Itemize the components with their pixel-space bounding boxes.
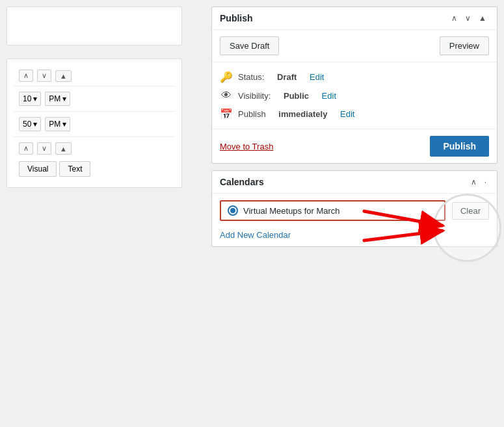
bottom-up-btn[interactable]: ∧: [19, 142, 33, 155]
publish-actions-row: Save Draft Preview: [212, 30, 497, 62]
radio-selected-dot: [230, 208, 235, 213]
calendar-item: Virtual Meetups for March: [220, 200, 445, 221]
visibility-value: Public: [284, 91, 309, 101]
visibility-edit-link[interactable]: Edit: [322, 91, 336, 101]
time-row-2: 50 ▾ PM ▾: [14, 112, 175, 137]
calendars-box: Calendars ∧ · Virtual Meetups for March …: [211, 170, 497, 247]
bottom-down-btn[interactable]: ∨: [37, 142, 51, 155]
publish-when-label: Publish: [238, 109, 266, 119]
add-new-calendar-link[interactable]: Add New Calendar: [220, 230, 291, 240]
visibility-label: Visibility:: [238, 91, 271, 101]
hour-chevron-2: ▾: [33, 120, 37, 129]
calendars-collapse-down[interactable]: ·: [482, 176, 489, 188]
bottom-arrows-row: ∧ ∨ ▲: [14, 137, 175, 157]
calendars-header: Calendars ∧ ·: [212, 171, 497, 194]
period-chevron-2: ▾: [62, 120, 66, 129]
calendars-title: Calendars: [220, 177, 264, 187]
bottom-triangle-btn[interactable]: ▲: [55, 142, 72, 155]
hour-value-1: 10: [23, 94, 31, 103]
editor-tabs: Visual Text: [14, 157, 175, 181]
calendars-collapse-up[interactable]: ∧: [468, 176, 479, 188]
publish-when-row: 📅 Publish immediately Edit: [220, 105, 489, 123]
publish-collapse-up[interactable]: ∧: [449, 12, 460, 24]
period-chevron-1: ▾: [62, 94, 66, 103]
hour-value-2: 50: [23, 120, 31, 129]
visual-tab[interactable]: Visual: [19, 161, 57, 177]
calendar-item-row: Virtual Meetups for March Clear: [212, 194, 497, 227]
publish-meta: 🔑 Status: Draft Edit 👁 Visibility: Publi…: [212, 62, 497, 129]
time-row-1: 10 ▾ PM ▾: [14, 86, 175, 112]
status-label: Status:: [238, 72, 264, 82]
publish-when-value: immediately: [278, 109, 327, 119]
calendars-header-arrows: ∧ ·: [468, 176, 489, 188]
hour-select-2[interactable]: 50 ▾: [19, 117, 41, 131]
arrows-row: ∧ ∨ ▲: [14, 66, 175, 86]
move-trash-link[interactable]: Move to Trash: [220, 142, 273, 151]
publish-box: Publish ∧ ∨ ▲ Save Draft Preview 🔑 Statu…: [211, 6, 497, 164]
publish-collapse-triangle[interactable]: ▲: [476, 12, 489, 24]
top-input-box: [7, 6, 182, 45]
clear-button[interactable]: Clear: [452, 202, 489, 220]
status-value: Draft: [277, 72, 297, 82]
down-arrow-btn[interactable]: ∨: [37, 70, 51, 82]
publish-collapse-down[interactable]: ∨: [462, 12, 473, 24]
preview-button[interactable]: Preview: [440, 36, 489, 55]
hour-select-1[interactable]: 10 ▾: [19, 92, 41, 106]
calendar-icon: 📅: [220, 108, 233, 120]
publish-when-edit-link[interactable]: Edit: [340, 109, 354, 119]
publish-title: Publish: [220, 13, 253, 23]
left-panel: ∧ ∨ ▲ 10 ▾ PM ▾ 50 ▾ PM ▾ ∧: [0, 0, 189, 427]
calendar-radio[interactable]: [228, 205, 238, 216]
hour-chevron-1: ▾: [33, 94, 37, 103]
visibility-row: 👁 Visibility: Public Edit: [220, 86, 489, 105]
right-panel: Publish ∧ ∨ ▲ Save Draft Preview 🔑 Statu…: [205, 0, 504, 427]
add-new-calendar-row: Add New Calendar: [212, 227, 497, 246]
key-icon: 🔑: [220, 71, 233, 83]
save-draft-button[interactable]: Save Draft: [220, 36, 279, 55]
eye-icon: 👁: [220, 90, 233, 101]
text-tab[interactable]: Text: [59, 161, 90, 177]
period-select-1[interactable]: PM ▾: [45, 92, 70, 106]
publish-header: Publish ∧ ∨ ▲: [212, 7, 497, 30]
period-value-1: PM: [49, 94, 60, 103]
publish-header-arrows: ∧ ∨ ▲: [449, 12, 489, 24]
status-edit-link[interactable]: Edit: [310, 72, 324, 82]
up-arrow-btn[interactable]: ∧: [19, 70, 33, 82]
period-value-2: PM: [49, 120, 60, 129]
period-select-2[interactable]: PM ▾: [45, 117, 70, 131]
triangle-up-btn[interactable]: ▲: [55, 70, 72, 82]
publish-footer: Move to Trash Publish: [212, 129, 497, 163]
status-row: 🔑 Status: Draft Edit: [220, 68, 489, 86]
publish-button[interactable]: Publish: [430, 136, 489, 157]
calendar-item-label: Virtual Meetups for March: [243, 206, 340, 216]
left-middle-panel: ∧ ∨ ▲ 10 ▾ PM ▾ 50 ▾ PM ▾ ∧: [7, 58, 182, 188]
